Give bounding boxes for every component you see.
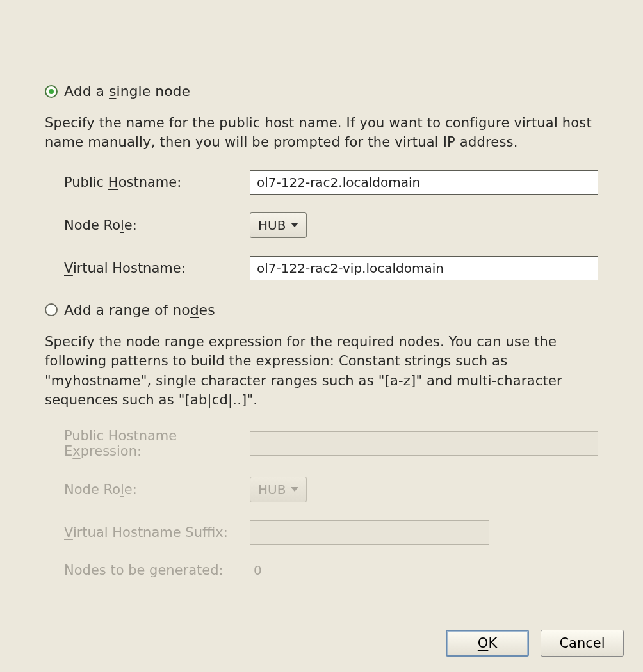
- virtual-hostname-suffix-label: Virtual Hostname Suffix:: [64, 525, 250, 540]
- public-hostname-expression-label: Public Hostname Expression:: [64, 428, 250, 459]
- dialog-button-bar: OK Cancel: [446, 630, 624, 657]
- radio-add-range-nodes-label: Add a range of nodes: [64, 302, 215, 318]
- range-node-role-select: HUB: [250, 477, 307, 502]
- radio-icon: [45, 85, 58, 98]
- virtual-hostname-suffix-input: [250, 520, 489, 545]
- node-role-value: HUB: [258, 218, 286, 233]
- cancel-button[interactable]: Cancel: [541, 630, 624, 657]
- add-node-dialog: Add a single node Specify the name for t…: [0, 0, 643, 672]
- virtual-hostname-label: Virtual Hostname:: [64, 260, 250, 276]
- chevron-down-icon: [291, 223, 298, 227]
- public-hostname-expression-input: [250, 431, 598, 456]
- ok-button[interactable]: OK: [446, 630, 529, 657]
- node-role-select[interactable]: HUB: [250, 212, 307, 238]
- range-node-role-label: Node Role:: [64, 482, 250, 497]
- public-hostname-input[interactable]: [250, 170, 598, 195]
- range-nodes-description: Specify the node range expression for th…: [45, 332, 598, 410]
- virtual-hostname-input[interactable]: [250, 256, 598, 280]
- single-node-description: Specify the name for the public host nam…: [45, 113, 598, 152]
- chevron-down-icon: [291, 487, 298, 492]
- radio-add-single-node-label: Add a single node: [64, 83, 190, 99]
- range-node-role-value: HUB: [258, 482, 286, 497]
- public-hostname-label: Public Hostname:: [64, 175, 250, 190]
- radio-add-range-nodes[interactable]: Add a range of nodes: [45, 302, 598, 318]
- single-node-form: Public Hostname: Node Role: HUB Virtual …: [45, 170, 598, 280]
- radio-add-single-node[interactable]: Add a single node: [45, 83, 598, 99]
- range-nodes-form: Public Hostname Expression: Node Role: H…: [45, 428, 598, 578]
- radio-icon: [45, 303, 58, 316]
- nodes-generated-label: Nodes to be generated:: [64, 563, 250, 578]
- node-role-label: Node Role:: [64, 218, 250, 233]
- nodes-generated-value: 0: [250, 563, 598, 578]
